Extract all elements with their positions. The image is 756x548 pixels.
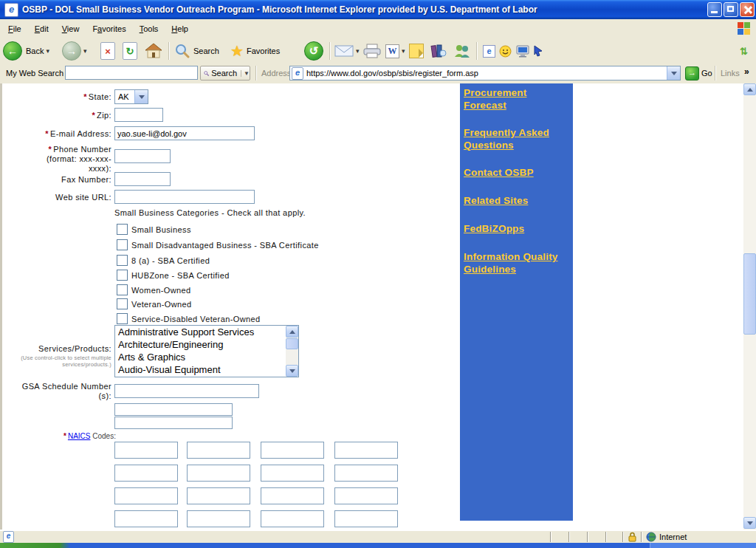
links-label[interactable]: Links — [721, 69, 740, 78]
scroll-thumb[interactable] — [743, 253, 756, 335]
minimize-button[interactable] — [707, 2, 722, 17]
naics-code-input[interactable] — [187, 487, 250, 504]
list-scroll-down-button[interactable] — [286, 365, 298, 377]
scroll-down-button[interactable] — [743, 517, 756, 529]
restore-button[interactable] — [724, 2, 738, 17]
checkbox-hubzone[interactable] — [117, 270, 128, 281]
sidebar-link-information-quality[interactable]: Information Quality Guidelines — [464, 250, 570, 275]
search-magnifier-icon — [204, 69, 209, 78]
print-button[interactable] — [363, 38, 381, 64]
address-input[interactable] — [306, 69, 667, 78]
divider — [255, 66, 257, 81]
pointer-arrow-icon — [533, 45, 543, 57]
naics-link[interactable]: NAICS — [68, 432, 91, 440]
naics-code-input[interactable] — [187, 442, 250, 459]
naics-code-input[interactable] — [261, 487, 324, 504]
naics-code-input[interactable] — [261, 465, 324, 482]
gsa-schedule-input-3[interactable] — [114, 417, 233, 429]
mail-dropdown-icon[interactable]: ▾ — [356, 47, 360, 55]
sidebar-link-fedbizopps[interactable]: FedBiZOpps — [464, 222, 570, 235]
naics-code-input[interactable] — [334, 465, 398, 482]
search-button[interactable]: Search — [174, 38, 219, 64]
menu-favorites[interactable]: Favorites — [86, 21, 132, 36]
stop-icon: × — [100, 42, 115, 60]
state-select-value: AK — [115, 92, 134, 101]
back-dropdown-icon[interactable]: ▾ — [46, 47, 49, 55]
encarta-button[interactable]: e — [483, 38, 495, 64]
menu-view[interactable]: View — [55, 21, 86, 36]
naics-code-input[interactable] — [187, 465, 250, 482]
home-button[interactable] — [145, 38, 162, 64]
checkbox-veteran-owned[interactable] — [117, 298, 128, 309]
naics-code-input[interactable] — [114, 487, 178, 504]
websearch-search-button[interactable]: Search ▼ — [200, 66, 250, 81]
checkbox-8a-certified[interactable] — [117, 255, 128, 266]
system-tray-sliver — [650, 543, 756, 548]
go-button[interactable]: → — [685, 66, 699, 81]
menu-edit[interactable]: Edit — [28, 21, 55, 36]
sidebar-link-contact-osbp[interactable]: Contact OSBP — [464, 166, 570, 179]
list-option[interactable]: Administrative Support Services — [115, 326, 286, 338]
email-input[interactable] — [114, 126, 255, 140]
go-label[interactable]: Go — [701, 69, 712, 78]
gsa-schedule-input-2[interactable] — [114, 403, 233, 416]
scroll-up-button[interactable] — [743, 83, 756, 95]
forward-button[interactable]: → ▾ — [62, 38, 87, 64]
edit-with-word-button[interactable]: W ▾ — [385, 38, 405, 64]
naics-code-input[interactable] — [187, 510, 250, 527]
links-chevron-icon[interactable]: » — [744, 66, 749, 77]
menu-help[interactable]: Help — [165, 21, 195, 36]
naics-code-input[interactable] — [114, 465, 178, 482]
discuss-note-button[interactable] — [409, 38, 424, 64]
history-button[interactable]: ↺ — [304, 38, 323, 64]
word-dropdown-icon[interactable]: ▾ — [402, 47, 405, 55]
naics-code-input[interactable] — [334, 487, 398, 504]
favorites-button[interactable]: ★ Favorites — [230, 38, 280, 64]
state-select[interactable]: AK — [114, 89, 148, 104]
pointer-button[interactable] — [533, 38, 543, 64]
back-button[interactable]: ← Back ▾ — [3, 38, 49, 64]
menu-tools[interactable]: Tools — [133, 21, 165, 36]
toolbar-overflow-chevron[interactable]: ⇅ — [740, 38, 748, 64]
naics-code-input[interactable] — [334, 510, 398, 527]
sidebar-link-related-sites[interactable]: Related Sites — [464, 194, 570, 207]
search-dropdown-icon[interactable]: ▼ — [241, 70, 250, 77]
desktop-button[interactable] — [516, 38, 529, 64]
list-option[interactable]: Architecture/Engineering — [115, 338, 286, 351]
naics-code-input[interactable] — [334, 442, 398, 459]
naics-code-input[interactable] — [114, 510, 178, 527]
checkbox-small-business[interactable] — [117, 224, 128, 235]
refresh-button[interactable]: ↻ — [123, 38, 137, 64]
checkbox-service-disabled-veteran[interactable] — [117, 313, 128, 324]
start-button-sliver[interactable] — [0, 543, 70, 548]
list-option[interactable]: Audio-Visual Equipment — [115, 363, 286, 376]
checkbox-small-disadvantaged[interactable] — [117, 239, 128, 250]
list-option[interactable]: Arts & Graphics — [115, 351, 286, 363]
website-input[interactable] — [114, 190, 255, 204]
websearch-input[interactable] — [65, 66, 198, 80]
address-dropdown-button[interactable] — [667, 66, 680, 80]
sidebar-link-procurement-forecast[interactable]: Procurement Forecast — [464, 86, 570, 112]
research-button[interactable] — [430, 38, 447, 64]
phone-input[interactable] — [114, 149, 171, 163]
list-scroll-up-button[interactable] — [286, 326, 298, 338]
naics-code-input[interactable] — [261, 442, 324, 459]
list-scroll-thumb[interactable] — [286, 338, 298, 349]
zip-input[interactable] — [114, 108, 163, 122]
gsa-schedule-input-1[interactable] — [114, 384, 259, 398]
sidebar-link-faq[interactable]: Frequently Asked Questions — [464, 126, 570, 151]
menu-file[interactable]: File — [1, 21, 28, 36]
close-button[interactable] — [740, 2, 755, 17]
messenger-button[interactable] — [453, 38, 471, 64]
print-icon — [363, 44, 381, 58]
gsa-label-line1: GSA Schedule Number — [2, 382, 111, 391]
fax-input[interactable] — [114, 172, 171, 186]
page-scrollbar[interactable] — [743, 83, 756, 530]
messenger-status-button[interactable] — [499, 38, 512, 64]
stop-button[interactable]: × — [100, 38, 115, 64]
naics-code-input[interactable] — [114, 442, 178, 459]
checkbox-women-owned[interactable] — [117, 284, 128, 295]
naics-code-input[interactable] — [261, 510, 324, 527]
mail-button[interactable]: ▾ — [334, 38, 360, 64]
state-select-arrow[interactable] — [134, 90, 148, 103]
